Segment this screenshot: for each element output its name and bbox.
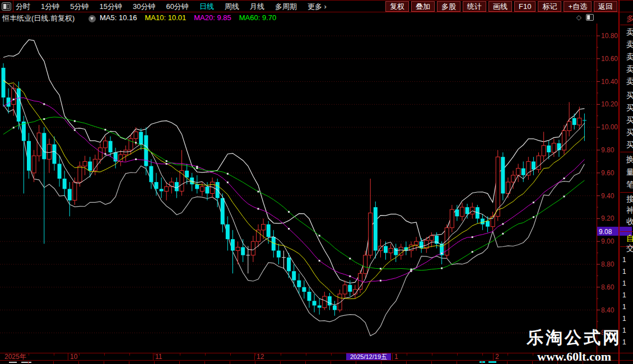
- strip-quote-digit: 1: [622, 292, 626, 298]
- period-item-8[interactable]: 月线: [250, 2, 264, 12]
- sliver-tick: [154, 361, 155, 364]
- sliver-tick: [230, 361, 230, 364]
- svg-text:9.80: 9.80: [601, 146, 615, 154]
- strip-char: 笔: [626, 180, 633, 188]
- strip-char: 买: [626, 104, 633, 111]
- sliver-tick: [129, 361, 129, 364]
- svg-text:8.20: 8.20: [601, 329, 615, 337]
- toolbar-button-6[interactable]: 标记: [538, 1, 561, 12]
- svg-text:8.40: 8.40: [601, 306, 615, 314]
- header-corner-icons: ◇: [576, 13, 594, 21]
- strip-quote-digit: 1: [622, 280, 626, 287]
- strip-char: 买: [626, 128, 633, 136]
- sliver-tick: [406, 361, 407, 364]
- strip-char: 换: [626, 155, 633, 163]
- strip-quote-digit: 1: [622, 327, 626, 334]
- svg-text:10.40: 10.40: [601, 78, 618, 86]
- toolbar-button-0[interactable]: 复权: [385, 1, 409, 12]
- svg-text:10.80: 10.80: [601, 32, 618, 40]
- toolbar-button-8[interactable]: 返回: [594, 1, 617, 12]
- sliver-tick: [179, 361, 180, 364]
- ma-value-0: MA5: 10.16: [100, 13, 137, 22]
- price-chart[interactable]: 10.8010.6010.4010.2010.009.809.609.409.2…: [0, 24, 633, 361]
- sliver-tick: [104, 361, 104, 364]
- strip-char: 神: [626, 206, 633, 214]
- strip-char: 卖: [626, 28, 633, 36]
- ma-value-1: MA10: 10.01: [145, 13, 187, 22]
- strip-char: 卖: [626, 40, 633, 48]
- sliver-tick: [356, 361, 356, 364]
- strip-divider: [620, 25, 633, 25]
- period-menu: 分时1分钟5分钟15分钟30分钟60分钟日线周线月线多周期更多 ›: [16, 1, 337, 12]
- menubar-divider: [13, 1, 13, 12]
- svg-text:10.60: 10.60: [601, 55, 618, 63]
- strip-char: 卖: [626, 77, 633, 85]
- sliver-tick: [28, 361, 29, 364]
- toolbar-button-7[interactable]: +自选: [564, 1, 592, 12]
- sliver-tick: [331, 361, 331, 364]
- next-pane-sliver: [0, 361, 633, 364]
- strip-quote-digit: 1: [622, 339, 626, 346]
- toolbar-button-5[interactable]: F10: [514, 1, 536, 12]
- strip-char: 买: [626, 91, 633, 99]
- text-fragment: [9, 362, 17, 363]
- sliver-tick: [78, 361, 79, 364]
- svg-text:9.60: 9.60: [601, 169, 615, 177]
- panel-split-icon[interactable]: [586, 14, 594, 21]
- toolbar-button-4[interactable]: 画线: [488, 1, 512, 12]
- sliver-tick: [532, 361, 533, 364]
- period-item-9[interactable]: 多周期: [275, 2, 297, 12]
- svg-text:8.60: 8.60: [601, 283, 615, 291]
- toolbar-button-1[interactable]: 叠加: [411, 1, 435, 12]
- strip-char: 卖: [626, 53, 633, 60]
- period-item-10[interactable]: 更多 ›: [308, 2, 327, 12]
- strip-char: 接: [626, 195, 633, 203]
- svg-text:9.40: 9.40: [601, 192, 615, 200]
- period-item-7[interactable]: 周线: [225, 2, 239, 12]
- text-fragment: [21, 362, 31, 363]
- period-item-4[interactable]: 30分钟: [133, 2, 155, 12]
- period-item-2[interactable]: 5分钟: [70, 2, 89, 12]
- strip-char: 量: [626, 168, 633, 176]
- period-item-1[interactable]: 1分钟: [41, 2, 59, 12]
- sliver-tick: [557, 361, 558, 364]
- sliver-tick: [381, 361, 381, 364]
- stock-title: 恒丰纸业(日线.前复权): [2, 13, 75, 24]
- text-fragment: [488, 361, 496, 363]
- strip-char: 买: [626, 141, 633, 148]
- ma-value-2: MA20: 9.85: [194, 13, 231, 22]
- strip-quote-digit: 1: [622, 268, 626, 275]
- panel-divider: [618, 0, 620, 364]
- strip-divider: [620, 152, 633, 152]
- text-fragment: [480, 361, 485, 363]
- chevron-down-icon[interactable]: [89, 15, 96, 22]
- top-menubar: 分时1分钟5分钟15分钟30分钟60分钟日线周线月线多周期更多 › 复权叠加多股…: [0, 0, 633, 12]
- strip-divider: [620, 231, 633, 232]
- toolbar-buttons: 复权叠加多股统计画线F10标记+自选返回: [383, 1, 617, 12]
- strip-char: 买: [626, 116, 633, 124]
- quote-panel-cropped[interactable]: 多卖卖卖卖卖买买买买买换量笔接神收自交11111111: [620, 0, 633, 364]
- strip-char: 自: [626, 234, 633, 242]
- sliver-tick: [204, 361, 205, 364]
- diamond-icon[interactable]: ◇: [576, 13, 581, 21]
- strip-quote-digit: 1: [622, 256, 626, 263]
- layout-split-icon[interactable]: [2, 2, 11, 11]
- chart-header: 恒丰纸业(日线.前复权) MA5: 10.16MA10: 10.01MA20: …: [0, 12, 633, 24]
- period-item-0[interactable]: 分时: [16, 2, 30, 12]
- sliver-tick: [255, 361, 255, 364]
- period-item-5[interactable]: 60分钟: [166, 2, 188, 12]
- ma-value-3: MA60: 9.70: [239, 13, 277, 22]
- chart-layers: 10.8010.6010.4010.2010.009.809.609.409.2…: [0, 24, 632, 361]
- period-item-3[interactable]: 15分钟: [99, 2, 122, 12]
- toolbar-button-2[interactable]: 多股: [437, 1, 460, 12]
- period-item-6[interactable]: 日线: [199, 2, 214, 12]
- svg-text:10.20: 10.20: [601, 100, 618, 108]
- strip-divider: [620, 192, 633, 193]
- svg-text:8.80: 8.80: [601, 260, 615, 268]
- svg-text:9.00: 9.00: [601, 237, 615, 245]
- sliver-tick: [482, 361, 482, 364]
- strip-char: 卖: [626, 65, 633, 73]
- ma-legend: MA5: 10.16MA10: 10.01MA20: 9.85MA60: 9.7…: [100, 13, 284, 22]
- toolbar-button-3[interactable]: 统计: [463, 1, 486, 12]
- sliver-tick: [431, 361, 432, 364]
